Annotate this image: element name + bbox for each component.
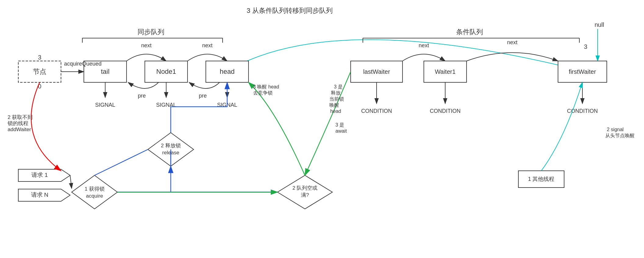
pre-node1-tail: pre: [138, 93, 146, 99]
release-current-label1: 3 是: [334, 84, 343, 89]
next-node1-head: next: [202, 42, 213, 48]
other-thread-label: 1 其他线程: [528, 176, 554, 182]
acquire-diamond-label2: acquire: [86, 193, 103, 199]
node1-label: Node1: [156, 68, 176, 75]
no-lock-label2: 锁的线程: [7, 120, 28, 126]
no-lock-label1: 2 获取不到: [8, 114, 33, 120]
queue-check-label2: 满?: [301, 192, 309, 198]
release-diamond-label1: 2 释放锁: [161, 143, 181, 149]
no-lock-label3: addWaiter: [8, 127, 31, 132]
three-firstwaiter: 3: [584, 43, 587, 50]
svg-line-26: [95, 149, 148, 175]
request1-label: 请求 1: [31, 172, 48, 178]
condition-waiter1: CONDITION: [430, 108, 461, 114]
queue-check-label1: 2 队列空或: [292, 185, 317, 191]
requestN-label: 请求 N: [31, 192, 48, 198]
pre-head-node1: pre: [199, 93, 207, 99]
acquire-diamond: [72, 175, 117, 209]
is-await-label1: 3 是: [335, 122, 344, 127]
condition-lastwaiter: CONDITION: [361, 108, 392, 114]
next-tail-node1: next: [141, 42, 152, 48]
signal-from-head2: 从头节点唤醒: [605, 133, 635, 138]
sync-queue-label: 同步队列: [138, 28, 164, 36]
release-current-label4: 唤醒: [329, 102, 339, 108]
three-node: 3: [38, 54, 41, 61]
lastwaiter-label: lastWaiter: [363, 68, 390, 75]
tail-label: tail: [101, 68, 109, 75]
waiter1-label: Waiter1: [435, 68, 456, 75]
next-waiter1-firstwaiter: next: [507, 39, 517, 45]
release-current-label2: 释放: [331, 90, 341, 95]
is-await-label2: await: [335, 128, 347, 134]
diagram-container: 3 从条件队列转移到同步队列 同步队列 条件队列 null 3 节点 tail …: [0, 0, 644, 258]
firstwaiter-label: firstWaiter: [569, 68, 596, 75]
signal-from-head1: 2 signal: [607, 127, 624, 132]
condition-queue-label: 条件队列: [456, 28, 483, 36]
null-label: null: [595, 21, 604, 28]
release-current-label5: head: [330, 109, 341, 114]
acquire-queued-label: acquireQueued: [64, 61, 102, 67]
wake-head-label1: 3 唤醒 head: [253, 84, 279, 89]
next-lastwaiter-waiter1: next: [419, 42, 429, 48]
node-label: 节点: [33, 68, 46, 75]
wake-head-label2: 去竞争锁: [253, 90, 273, 95]
signal-tail: SIGNAL: [95, 102, 115, 108]
head-label: head: [220, 68, 235, 75]
transfer-label: 3 从条件队列转移到同步队列: [247, 7, 333, 14]
acquire-diamond-label1: 1 获得锁: [84, 186, 104, 192]
zero-node: 0: [38, 83, 41, 90]
svg-line-20: [70, 175, 72, 188]
release-current-label3: 当前锁: [329, 96, 344, 102]
